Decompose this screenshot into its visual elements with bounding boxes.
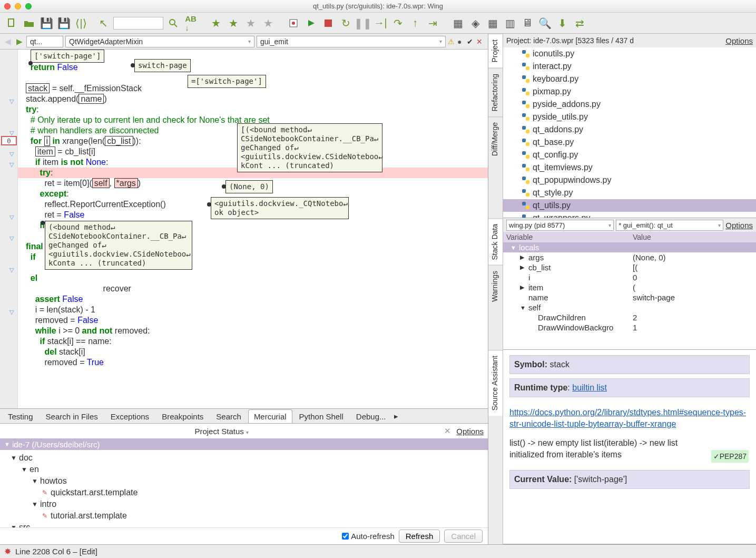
- indent-guides-icon[interactable]: ⟨|⟩: [74, 16, 89, 31]
- layout-3-icon[interactable]: ▦: [485, 16, 500, 31]
- layout-2-icon[interactable]: ◈: [468, 16, 483, 31]
- download-icon[interactable]: ⬇: [555, 16, 570, 31]
- bookmark-star-icon[interactable]: ★: [209, 16, 223, 31]
- stack-options-link[interactable]: Options: [725, 221, 753, 230]
- variable-row[interactable]: ▼locals: [503, 242, 756, 252]
- project-file-row[interactable]: pixmap.py: [503, 85, 756, 98]
- tab-debug[interactable]: Debug...: [350, 409, 392, 423]
- replace-icon[interactable]: AB↓: [183, 16, 198, 31]
- close-editor-icon[interactable]: ✕: [476, 37, 485, 46]
- breakpoint-icon[interactable]: [286, 16, 301, 31]
- project-file-row[interactable]: qt_base.py: [503, 136, 756, 149]
- nav-forward-icon[interactable]: ▶: [15, 37, 24, 46]
- project-options-link[interactable]: Options: [725, 36, 753, 45]
- hg-file-tree[interactable]: ▼doc▼en▼howtos✎quickstart.arst.template▼…: [0, 450, 488, 527]
- project-file-row[interactable]: qt_wrappers.py: [503, 212, 756, 218]
- variables-table[interactable]: VariableValue ▼locals▶args(None, 0)▶cb_l…: [503, 232, 756, 349]
- tab-testing[interactable]: Testing: [2, 409, 39, 423]
- process-selector[interactable]: wing.py (pid 8577)▾: [506, 220, 614, 231]
- debug-stop-icon[interactable]: [321, 16, 336, 31]
- open-folder-icon[interactable]: [22, 16, 36, 31]
- class-selector[interactable]: QtWidgetAdapterMixin▾: [65, 36, 254, 47]
- fold-icon[interactable]: ▽: [9, 307, 14, 317]
- hg-tree-node[interactable]: ▼doc: [4, 452, 484, 464]
- variable-row[interactable]: DrawWindowBackgro1: [503, 322, 756, 332]
- new-file-icon[interactable]: [4, 16, 19, 31]
- run-to-cursor-icon[interactable]: ⇥: [425, 16, 440, 31]
- save-all-icon[interactable]: 💾: [56, 16, 71, 31]
- project-status-selector[interactable]: Project Status ▾: [194, 427, 249, 436]
- tab-mercurial[interactable]: Mercurial: [248, 409, 292, 423]
- doc-url-link[interactable]: https://docs.python.org/2/library/stdtyp…: [509, 408, 746, 428]
- breakpoint-marker[interactable]: 0: [1, 136, 17, 145]
- fold-icon[interactable]: ▽: [9, 233, 14, 243]
- step-into-icon[interactable]: →|: [373, 16, 388, 31]
- bookmark-prev-icon[interactable]: ★: [243, 16, 258, 31]
- project-file-row[interactable]: pyside_utils.py: [503, 111, 756, 123]
- tab-python-shell[interactable]: Python Shell: [293, 409, 349, 423]
- variable-row[interactable]: ▼self: [503, 302, 756, 312]
- code-editor[interactable]: ▽ ▽ ▽ ▽ ▽ ▽ ▽ ▽ 0 return False stack = s…: [0, 50, 488, 408]
- variable-row[interactable]: ▶args(None, 0): [503, 252, 756, 262]
- warning-icon[interactable]: ⚠: [448, 37, 456, 46]
- runtime-type-link[interactable]: builtin list: [572, 383, 607, 392]
- project-file-row[interactable]: keyboard.py: [503, 73, 756, 85]
- project-file-row[interactable]: qt_style.py: [503, 187, 756, 199]
- sync-icon[interactable]: ⇄: [572, 16, 587, 31]
- project-file-row[interactable]: interact.py: [503, 60, 756, 73]
- variable-row[interactable]: DrawChildren2: [503, 312, 756, 322]
- tab-exceptions[interactable]: Exceptions: [105, 409, 155, 423]
- repo-header[interactable]: ▼ide-7 (/Users/sdeibel/src): [0, 438, 488, 450]
- variable-row[interactable]: ▶cb_list[(: [503, 262, 756, 272]
- close-panel-icon[interactable]: ✕: [444, 426, 451, 436]
- vtab-diffmerge[interactable]: Diff/Merge: [488, 116, 503, 161]
- function-selector[interactable]: gui_emit▾: [257, 36, 446, 47]
- hg-tree-node[interactable]: ▼src: [4, 522, 484, 527]
- hg-tree-node[interactable]: ▼intro: [4, 498, 484, 510]
- refresh-button[interactable]: Refresh: [399, 530, 440, 543]
- project-file-row[interactable]: qt_config.py: [503, 149, 756, 161]
- debug-play-icon[interactable]: [303, 16, 318, 31]
- project-file-row[interactable]: qt_addons.py: [503, 123, 756, 136]
- layout-1-icon[interactable]: ▦: [450, 16, 465, 31]
- bookmark-add-icon[interactable]: ★: [226, 16, 241, 31]
- tab-search[interactable]: Search: [210, 409, 247, 423]
- fold-icon[interactable]: ▽: [9, 149, 14, 159]
- bug-icon[interactable]: ✸: [4, 546, 11, 556]
- vtab-source-assistant[interactable]: Source Assistant: [488, 350, 503, 416]
- project-file-row[interactable]: pyside_addons.py: [503, 98, 756, 111]
- hg-tree-node[interactable]: ▼howtos: [4, 475, 484, 487]
- debug-restart-icon[interactable]: ↻: [338, 16, 353, 31]
- save-icon[interactable]: 💾: [39, 16, 54, 31]
- goto-icon[interactable]: ↖: [96, 16, 111, 31]
- hg-tree-node[interactable]: ✎tutorial.arst.template: [4, 510, 484, 522]
- layout-4-icon[interactable]: ▥: [503, 16, 517, 31]
- debug-pause-icon[interactable]: ❚❚: [356, 16, 370, 31]
- variable-row[interactable]: i0: [503, 272, 756, 282]
- vtab-stackdata[interactable]: Stack Data: [488, 218, 503, 265]
- frame-selector[interactable]: * gui_emit(): qt_ut▾: [616, 220, 723, 231]
- variable-row[interactable]: ▶item(: [503, 282, 756, 292]
- tab-breakpoints[interactable]: Breakpoints: [156, 409, 209, 423]
- step-out-icon[interactable]: ↑: [408, 16, 423, 31]
- auto-refresh-checkbox[interactable]: Auto-refresh: [342, 532, 395, 541]
- hg-tree-node[interactable]: ✎quickstart.arst.template: [4, 487, 484, 498]
- vtab-warnings[interactable]: Warnings: [488, 265, 503, 307]
- project-file-row[interactable]: qt_utils.py: [503, 199, 756, 212]
- fold-icon[interactable]: ▽: [9, 212, 14, 222]
- tab-search-in-files[interactable]: Search in Files: [40, 409, 104, 423]
- tab-overflow-icon[interactable]: ▸: [394, 412, 398, 421]
- variable-row[interactable]: nameswitch-page: [503, 292, 756, 302]
- project-file-row[interactable]: qt_itemviews.py: [503, 161, 756, 174]
- fold-icon[interactable]: ▽: [9, 159, 14, 170]
- panel-options-link[interactable]: Options: [456, 427, 484, 436]
- fold-icon[interactable]: ▽: [9, 265, 14, 275]
- project-file-list[interactable]: iconutils.pyinteract.pykeyboard.pypixmap…: [503, 47, 756, 218]
- hg-tree-node[interactable]: ▼en: [4, 464, 484, 475]
- bookmark-next-icon[interactable]: ★: [261, 16, 276, 31]
- search-go-icon[interactable]: [166, 16, 181, 31]
- fold-icon[interactable]: ▽: [9, 96, 14, 106]
- vtab-refactoring[interactable]: Refactoring: [488, 68, 503, 117]
- pin-icon[interactable]: ✔: [467, 37, 475, 46]
- step-over-icon[interactable]: ↷: [390, 16, 405, 31]
